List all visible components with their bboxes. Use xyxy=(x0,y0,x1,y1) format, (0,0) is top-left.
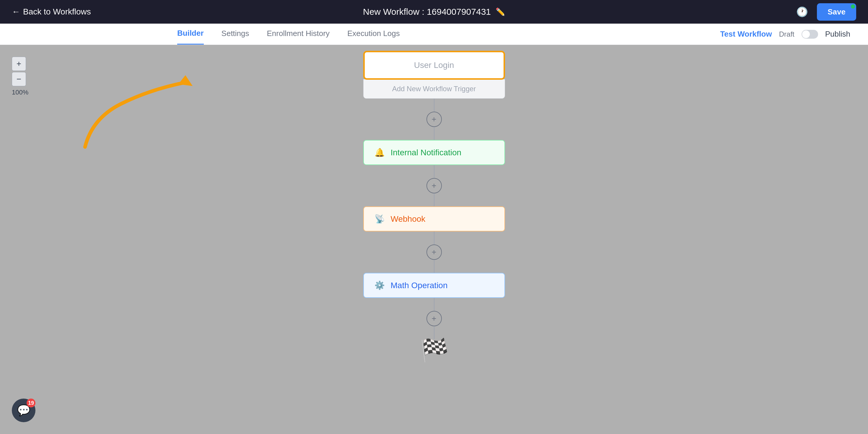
connector-8 xyxy=(434,326,434,339)
test-workflow-button[interactable]: Test Workflow xyxy=(720,30,772,39)
connector-7 xyxy=(434,298,434,311)
toggle-knob xyxy=(802,30,810,38)
tab-settings[interactable]: Settings xyxy=(221,24,249,44)
workflow-canvas: + − 100% User Login Add New Workflow Tri… xyxy=(0,45,868,434)
bell-icon: 🔔 xyxy=(374,148,385,157)
back-arrow-icon: ← xyxy=(12,7,20,17)
trigger-node[interactable]: User Login xyxy=(363,51,505,80)
zoom-in-button[interactable]: + xyxy=(12,57,26,71)
add-action-button-4[interactable]: + xyxy=(427,311,442,326)
tab-enrollment[interactable]: Enrollment History xyxy=(267,24,330,44)
tab-bar: Builder Settings Enrollment History Exec… xyxy=(0,24,868,45)
publish-label: Publish xyxy=(825,30,850,39)
connector-6 xyxy=(434,260,434,273)
webhook-icon: 📡 xyxy=(374,214,385,224)
workflow-title-text: New Workflow : 1694007907431 xyxy=(363,7,491,17)
connector-2 xyxy=(434,127,434,140)
connector-1 xyxy=(434,99,434,112)
workflow-nodes-container: User Login Add New Workflow Trigger + 🔔 … xyxy=(363,51,505,363)
math-operation-label: Math Operation xyxy=(391,281,448,290)
top-nav: ← Back to Workflows New Workflow : 16940… xyxy=(0,0,868,24)
zoom-level: 100% xyxy=(12,89,28,96)
zoom-controls: + − 100% xyxy=(12,57,28,96)
back-to-workflows-link[interactable]: ← Back to Workflows xyxy=(12,7,91,17)
add-action-button-1[interactable]: + xyxy=(427,112,442,127)
history-icon[interactable]: 🕐 xyxy=(796,6,808,18)
add-trigger-node[interactable]: Add New Workflow Trigger xyxy=(363,79,505,99)
webhook-node[interactable]: 📡 Webhook xyxy=(363,206,505,231)
zoom-out-button[interactable]: − xyxy=(12,72,26,86)
edit-icon[interactable]: ✏️ xyxy=(496,7,505,17)
add-trigger-label: Add New Workflow Trigger xyxy=(392,85,476,93)
webhook-label: Webhook xyxy=(391,214,426,224)
draft-publish-toggle[interactable] xyxy=(802,30,818,39)
nav-right: 🕐 Save xyxy=(796,3,856,21)
connector-5 xyxy=(434,231,434,244)
add-action-button-3[interactable]: + xyxy=(427,244,442,260)
chat-badge[interactable]: 💬 19 xyxy=(12,399,35,422)
internal-notification-node[interactable]: 🔔 Internal Notification xyxy=(363,140,505,165)
tab-right-controls: Test Workflow Draft Publish xyxy=(720,30,850,39)
save-button[interactable]: Save xyxy=(817,3,856,21)
tab-execution[interactable]: Execution Logs xyxy=(347,24,400,44)
end-flag-node: 🏁 xyxy=(420,339,449,363)
draft-label: Draft xyxy=(779,30,795,38)
add-action-button-2[interactable]: + xyxy=(427,178,442,193)
tab-builder[interactable]: Builder xyxy=(177,24,204,44)
math-operation-node[interactable]: ⚙️ Math Operation xyxy=(363,273,505,298)
trigger-node-label: User Login xyxy=(414,61,454,70)
internal-notification-label: Internal Notification xyxy=(391,148,462,157)
math-icon: ⚙️ xyxy=(374,280,385,290)
connector-3 xyxy=(434,165,434,178)
workflow-title-container: New Workflow : 1694007907431 ✏️ xyxy=(363,7,505,17)
annotation-arrow xyxy=(56,54,221,154)
connector-4 xyxy=(434,193,434,206)
chat-badge-count: 19 xyxy=(27,399,35,407)
svg-marker-0 xyxy=(178,75,193,86)
back-label: Back to Workflows xyxy=(23,7,91,17)
